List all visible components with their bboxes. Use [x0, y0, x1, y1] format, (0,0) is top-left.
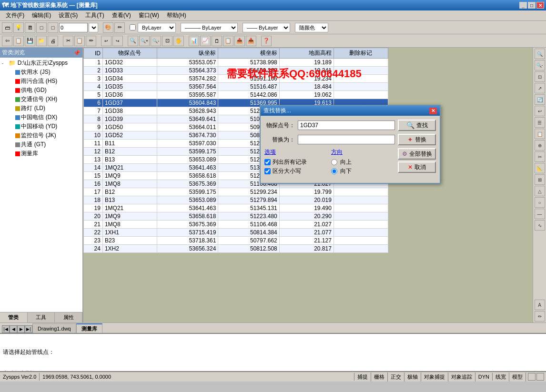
tb2-btn-12[interactable]: 🔍+ — [139, 36, 150, 46]
rt-btn-3[interactable]: ⊡ — [535, 71, 545, 82]
model-btn[interactable]: 模型 — [509, 372, 526, 382]
tb-btn-4[interactable]: □ — [36, 22, 47, 33]
grid-btn[interactable]: 栅格 — [371, 372, 388, 382]
rt-btn-9[interactable]: ⊕ — [535, 140, 545, 151]
bylayer-linetype-select[interactable]: ——— ByLayer — [181, 23, 238, 32]
tree-item-clk[interactable]: 测量库 — [8, 149, 81, 158]
tb2-btn-2[interactable]: 📋 — [13, 36, 24, 46]
options-title[interactable]: 选项 — [264, 148, 326, 156]
tree-item-gd[interactable]: 供电 (GD) — [8, 86, 81, 95]
tb2-btn-20[interactable]: 📤 — [234, 36, 245, 46]
dialog-close-button[interactable]: ✕ — [429, 108, 437, 114]
replace-input[interactable] — [298, 135, 395, 144]
table-row[interactable]: 20 1MQ9 53658.618 51223.480 20.290 — [84, 212, 388, 221]
table-row[interactable]: 22 1XH1 53715.419 50814.384 21.077 — [84, 229, 388, 237]
osnap-btn[interactable]: 对象捕捉 — [421, 372, 448, 382]
direction-up-radio[interactable] — [331, 159, 337, 165]
layer-combo[interactable] — [59, 23, 88, 32]
ortho-btn[interactable]: 正交 — [388, 372, 404, 382]
tb-btn-1[interactable]: 🗃 — [2, 22, 12, 33]
list-all-checkbox[interactable] — [264, 159, 271, 165]
case-checkbox[interactable] — [264, 168, 271, 174]
tab-drawing1[interactable]: Drawing1.dwq — [32, 323, 76, 333]
tb-btn-5[interactable]: □ — [48, 22, 58, 33]
rt-btn-7[interactable]: ☰ — [535, 117, 545, 128]
tb2-btn-4[interactable]: 📁 — [36, 36, 47, 46]
table-row[interactable]: 17 B12 53599.175 51299.234 19.799 — [84, 188, 388, 196]
bylayer-checkbox[interactable] — [130, 24, 136, 30]
tb2-btn-6[interactable]: ✂ — [63, 36, 73, 46]
tab-nav-last[interactable]: ▶| — [25, 325, 32, 333]
table-row[interactable]: 3 1GD34 53574.282 51591.166 19.234 — [84, 75, 388, 83]
minimize-button[interactable]: _ — [519, 2, 527, 9]
tree-item-jk[interactable]: 监控信号 (JK) — [8, 131, 81, 140]
tb2-btn-21[interactable]: 📥 — [246, 36, 256, 46]
tree-item-ld[interactable]: 路灯 (LD) — [8, 104, 81, 113]
replace-button[interactable]: ✦ 替换 — [398, 134, 436, 145]
table-row[interactable]: 2 1GD33 53564.373 51659.220 19.341 — [84, 67, 388, 75]
rt-btn-16[interactable]: ∿ — [535, 220, 545, 231]
menu-edit[interactable]: 编辑(E) — [28, 10, 55, 20]
tb2-btn-15[interactable]: 🖐 — [173, 36, 184, 46]
rt-btn-12[interactable]: ⊞ — [535, 174, 545, 185]
tree-item-js[interactable]: 饮用水 (JS) — [8, 68, 81, 77]
color-select[interactable]: 随颜色 — [295, 23, 328, 32]
rt-btn-2[interactable]: 🔍- — [535, 60, 545, 70]
rt-btn-11[interactable]: 📐 — [535, 163, 545, 173]
sidebar-pin-icon[interactable]: 📌 — [73, 50, 81, 56]
tb2-btn-7[interactable]: 📋 — [74, 36, 85, 46]
close-button[interactable]: ✕ — [536, 2, 544, 9]
rt-btn-6[interactable]: ↩ — [535, 106, 545, 116]
menu-help[interactable]: 帮助(H) — [163, 10, 190, 20]
tab-nav-prev[interactable]: ◀ — [10, 325, 17, 333]
cancel-button[interactable]: ✕ 取消 — [398, 161, 436, 173]
rt-btn-18[interactable]: ✏ — [535, 311, 545, 322]
table-row[interactable]: 21 1MQ8 53675.369 51106.468 21.027 — [84, 221, 388, 229]
rt-btn-4[interactable]: ↗ — [535, 83, 545, 93]
table-row[interactable]: 24 1XH2 53656.324 50812.508 20.817 — [84, 245, 388, 253]
tb-btn-2[interactable]: 💡 — [13, 22, 24, 33]
tb2-btn-1[interactable]: ⇦ — [2, 36, 12, 46]
table-row[interactable]: 1 1GD32 53553.057 51738.998 19.189 — [84, 59, 388, 67]
tb2-btn-13[interactable]: 🔍- — [151, 36, 161, 46]
menu-view[interactable]: 查看(V) — [108, 10, 135, 20]
otrack-btn[interactable]: 对象追踪 — [448, 372, 475, 382]
tb2-btn-22[interactable]: ❓ — [261, 36, 272, 46]
tb2-btn-11[interactable]: 🔍 — [128, 36, 138, 46]
dyn-btn[interactable]: DYN — [475, 373, 493, 381]
tree-item-hs[interactable]: 雨污合流 (HS) — [8, 77, 81, 86]
tab-nav-first[interactable]: |◀ — [2, 325, 10, 333]
rt-btn-14[interactable]: ○ — [535, 197, 545, 208]
rt-btn-5[interactable]: 🔄 — [535, 94, 545, 105]
tb2-btn-8[interactable]: ✏ — [86, 36, 96, 46]
tb-btn-3[interactable]: 🖹 — [25, 22, 35, 33]
tb-btn-6[interactable]: 🎨 — [103, 22, 113, 33]
tb2-btn-14[interactable]: ⊡ — [162, 36, 172, 46]
tb2-btn-10[interactable]: ↪ — [112, 36, 123, 46]
tb2-btn-9[interactable]: ↩ — [101, 36, 111, 46]
table-row[interactable]: 18 B13 53653.089 51279.894 20.019 — [84, 196, 388, 204]
tb2-btn-5[interactable]: 🖨 — [48, 36, 58, 46]
rt-btn-10[interactable]: ✂ — [535, 151, 545, 162]
rt-btn-17[interactable]: A — [535, 300, 545, 310]
tb2-btn-17[interactable]: 📈 — [200, 36, 211, 46]
rt-btn-8[interactable]: 📋 — [535, 129, 545, 139]
tb2-btn-16[interactable]: 📊 — [189, 36, 199, 46]
rt-btn-13[interactable]: △ — [535, 186, 545, 196]
sidebar-tab-tools[interactable]: 工具 — [28, 312, 55, 322]
tree-root[interactable]: - 📁 D:\山东正元\Zyspps — [1, 59, 81, 68]
find-input[interactable] — [298, 121, 395, 130]
tree-item-dx[interactable]: 中国电信 (DX) — [8, 113, 81, 122]
menu-settings[interactable]: 设置(S) — [55, 10, 81, 20]
table-row[interactable]: 19 1MQ21 53641.463 51345.131 19.490 — [84, 204, 388, 212]
find-button[interactable]: 🔍 查找 — [398, 120, 436, 131]
direction-down-radio[interactable] — [331, 168, 337, 174]
tree-item-gt[interactable]: 共通 (GT) — [8, 140, 81, 149]
tb-btn-7[interactable]: ✏ — [114, 22, 125, 33]
table-row[interactable]: 4 1GD35 53567.564 51516.487 18.484 — [84, 83, 388, 91]
table-row[interactable]: 23 B23 53718.361 50797.662 21.127 — [84, 237, 388, 245]
replace-all-button[interactable]: ⚙ 全部替换 — [398, 148, 436, 160]
layer-combo-dropdown[interactable]: ▼ — [89, 23, 98, 32]
menu-window[interactable]: 窗口(W) — [135, 10, 163, 20]
table-row[interactable]: 5 1GD36 53595.587 51442.086 19.062 — [84, 91, 388, 99]
